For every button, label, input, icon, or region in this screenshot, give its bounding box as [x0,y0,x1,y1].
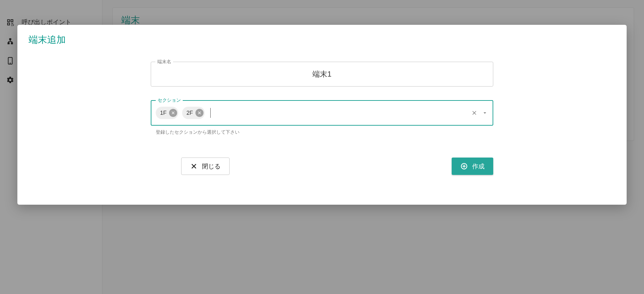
section-chip: 2F [182,107,205,119]
terminal-name-input[interactable] [151,70,493,78]
close-icon [171,111,175,115]
close-button[interactable]: 閉じる [181,158,230,175]
terminal-name-field[interactable]: 端末名 [151,62,493,87]
close-button-label: 閉じる [202,162,221,171]
dropdown-toggle[interactable] [481,109,489,117]
chevron-down-icon [482,110,488,116]
close-icon [197,111,202,115]
clear-all-button[interactable] [470,109,478,117]
close-icon [471,110,477,116]
terminal-name-label: 端末名 [155,59,173,65]
section-select[interactable]: セクション 1F 2F [151,100,493,126]
section-label: セクション [156,97,183,103]
modal-title: 端末追加 [29,33,615,46]
section-chip: 1F [156,107,178,119]
plus-circle-icon [460,163,468,170]
create-button-label: 作成 [472,162,485,171]
chip-label: 1F [160,110,167,116]
text-cursor [210,108,211,118]
chip-remove-button[interactable] [195,109,203,117]
section-helper-text: 登録したセクションから選択して下さい [151,129,493,135]
chip-remove-button[interactable] [169,109,177,117]
modal-actions: 閉じる 作成 [151,158,493,175]
close-icon [190,163,198,170]
chip-label: 2F [186,110,193,116]
create-button[interactable]: 作成 [452,158,493,175]
add-terminal-modal: 端末追加 端末名 セクション 1F 2F [17,25,627,205]
